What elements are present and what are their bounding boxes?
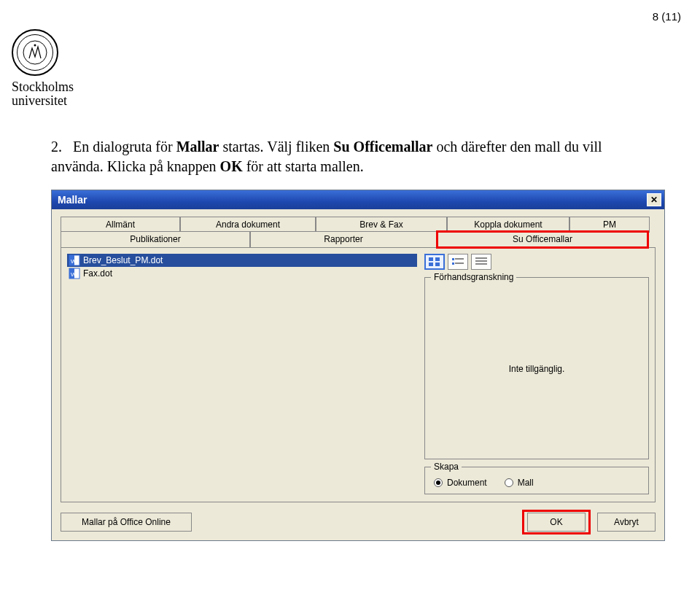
close-button[interactable]: ✕ [647, 193, 661, 206]
view-details-button[interactable] [471, 254, 491, 270]
close-icon: ✕ [650, 195, 658, 205]
dialog-titlebar: Mallar ✕ [52, 190, 664, 209]
tab-koppla-dokument[interactable]: Koppla dokument [447, 217, 569, 233]
tab-brev-fax[interactable]: Brev & Fax [316, 217, 447, 233]
view-large-icons-button[interactable] [424, 254, 445, 270]
word-template-icon: W [69, 254, 80, 266]
svg-rect-15 [455, 262, 464, 264]
document-header: Stockholms universitet [0, 0, 700, 108]
create-legend: Skapa [431, 462, 462, 472]
tab-content: W Brev_Beslut_PM.dot W Fax.dot [61, 247, 656, 502]
svg-text:W: W [71, 271, 77, 278]
svg-rect-10 [429, 262, 433, 266]
preview-area: Inte tillgänglig. [431, 285, 642, 453]
svg-rect-8 [429, 257, 433, 261]
svg-rect-11 [435, 262, 440, 266]
svg-rect-17 [475, 260, 487, 262]
radio-dokument[interactable]: Dokument [434, 478, 487, 488]
svg-rect-9 [435, 257, 440, 261]
dialog-title: Mallar [58, 194, 87, 206]
preview-legend: Förhandsgranskning [431, 272, 516, 282]
svg-rect-13 [455, 258, 464, 260]
template-list: W Brev_Beslut_PM.dot W Fax.dot [67, 254, 417, 494]
templates-dialog: Mallar ✕ Allmänt Andra dokument Brev & F… [51, 190, 665, 541]
preview-group: Förhandsgranskning Inte tillgänglig. [424, 277, 649, 459]
tab-publikationer[interactable]: Publikationer [61, 231, 250, 247]
details-icon [475, 257, 488, 267]
create-group: Skapa Dokument Mall [424, 467, 649, 494]
svg-text:W: W [71, 258, 77, 265]
view-mode-buttons [424, 254, 649, 270]
svg-point-1 [34, 44, 36, 47]
tab-strip: Allmänt Andra dokument Brev & Fax Koppla… [61, 217, 656, 249]
file-name: Fax.dot [83, 268, 112, 279]
svg-rect-12 [452, 258, 454, 260]
list-item[interactable]: W Fax.dot [67, 267, 417, 280]
svg-rect-14 [452, 262, 454, 265]
word-template-icon: W [69, 268, 80, 279]
dialog-footer: Mallar på Office Online OK Avbryt [61, 513, 656, 532]
university-seal-icon [12, 29, 58, 76]
tab-andra-dokument[interactable]: Andra dokument [180, 217, 316, 233]
large-icons-icon [428, 257, 441, 267]
list-icon [451, 257, 464, 267]
tab-su-officemallar[interactable]: Su Officemallar [437, 231, 648, 247]
instruction-text: 2. En dialogruta för Mallar startas. Väl… [51, 137, 605, 176]
cancel-button[interactable]: Avbryt [597, 513, 656, 532]
office-online-button[interactable]: Mallar på Office Online [61, 513, 192, 532]
tab-rapporter[interactable]: Rapporter [250, 231, 437, 247]
university-name: Stockholms universitet [12, 80, 700, 108]
tab-allmant[interactable]: Allmänt [61, 217, 180, 233]
svg-rect-18 [475, 263, 487, 265]
list-item[interactable]: W Brev_Beslut_PM.dot [67, 254, 417, 267]
radio-mall[interactable]: Mall [505, 478, 534, 488]
file-name: Brev_Beslut_PM.dot [83, 255, 163, 265]
page-number: 8 (11) [653, 10, 681, 23]
ok-button[interactable]: OK [527, 513, 586, 532]
view-list-button[interactable] [448, 254, 468, 270]
tab-pm[interactable]: PM [569, 217, 650, 233]
svg-rect-16 [475, 257, 487, 259]
